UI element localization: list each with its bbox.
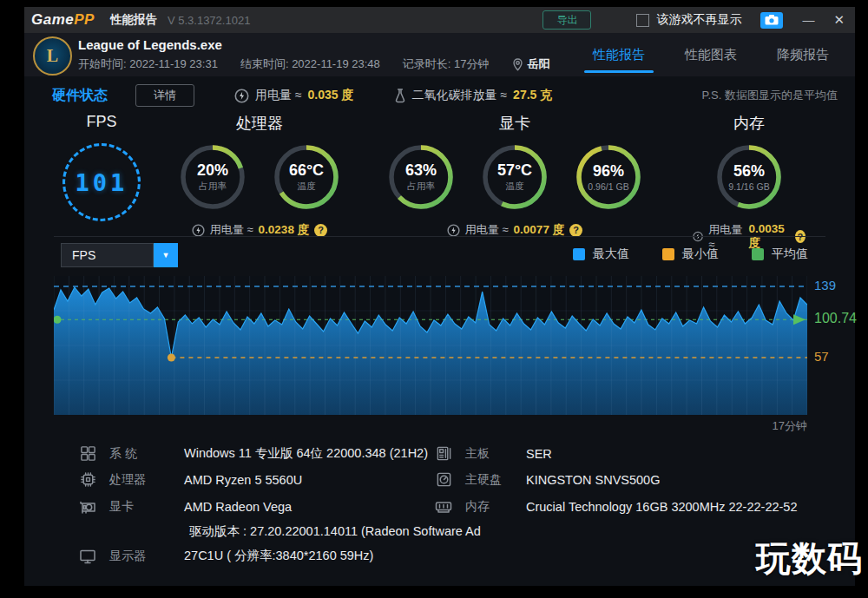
location-name: 岳阳 [528, 56, 550, 72]
gamepp-window: GamePP 性能报告 V 5.3.1372.1021 导出 该游戏不再显示 —… [24, 7, 855, 586]
legend-min: 最小值 [662, 246, 719, 262]
co2-value: 27.5 克 [513, 88, 552, 103]
chevron-down-icon: ▼ [162, 251, 170, 260]
chart-legend: 最大值 最小值 平均值 [573, 246, 808, 262]
memory-usage-gauge: 56%9.1/16 GB [714, 142, 784, 212]
help-icon[interactable]: ? [314, 224, 327, 237]
screenshot-button[interactable] [760, 12, 783, 29]
hardware-status-bar: 硬件状态 详情 用电量 ≈ 0.035 度 二氧化碳排放量 ≈ 27.5 克 P… [52, 83, 838, 108]
cpu-usage-gauge: 20%占用率 [178, 142, 247, 212]
gpu-icon [79, 500, 96, 515]
tab-bar: 性能报告 性能图表 降频报告 [588, 33, 834, 76]
hardware-status-title: 硬件状态 [52, 87, 108, 105]
location-pin-icon [512, 58, 523, 71]
sysinfo-os-row: 系 统 Windows 11 专业版 64位 22000.348 (21H2) [78, 445, 428, 462]
hide-game-label: 该游戏不再显示 [656, 12, 741, 28]
axis-min-label: 57 [814, 349, 829, 364]
legend-avg-swatch [752, 248, 764, 260]
legend-avg: 平均值 [752, 246, 808, 262]
fps-chart[interactable] [54, 276, 807, 415]
ram-icon [435, 500, 452, 514]
sysinfo-monitor-row: 显示器 27C1U ( 分辨率:3840*2160 59Hz) [78, 548, 373, 564]
record-duration: 记录时长: 17分钟 [403, 56, 490, 72]
detail-button[interactable]: 详情 [135, 84, 194, 107]
memory-gauge-group: 内存 56%9.1/16 GB 用电量 ≈ 0.0035 度 ? [693, 113, 806, 251]
hide-game-checkbox[interactable] [636, 14, 649, 27]
export-button[interactable]: 导出 [542, 10, 591, 30]
cpu-gauge-group: 处理器 20%占用率 66°C温度 用电量 ≈ 0.0238 度 ? [156, 113, 363, 238]
sysinfo-ram-row: 内存 Crucial Technology 16GB 3200MHz 22-22… [434, 499, 797, 515]
power-icon [192, 224, 205, 237]
co2-prefix: 二氧化碳排放量 ≈ [412, 88, 508, 103]
gpu-vram-gauge: 96%0.96/1 GB [574, 142, 643, 212]
start-time: 开始时间: 2022-11-19 23:31 [78, 56, 218, 72]
sysinfo-driver-row: 驱动版本 : 27.20.22001.14011 (Radeon Softwar… [165, 523, 481, 540]
window-title: 性能报告 [110, 12, 157, 28]
sysinfo-gpu-row: 显卡 AMD Radeon Vega [78, 499, 292, 515]
help-icon[interactable]: ? [569, 224, 582, 237]
disk-icon [436, 471, 452, 488]
motherboard-icon [436, 445, 452, 462]
axis-max-label: 139 [814, 278, 836, 292]
ps-note: P.S. 数据图显示的是平均值 [701, 88, 838, 103]
cpu-icon [80, 471, 96, 488]
monitor-icon [79, 549, 96, 564]
legend-max: 最大值 [573, 246, 629, 262]
sysinfo-motherboard-row: 主板 SER [434, 445, 552, 462]
tab-throttle-report[interactable]: 降频报告 [772, 33, 834, 76]
app-version: V 5.3.1372.1021 [168, 14, 250, 27]
fps-title: FPS [86, 113, 116, 131]
title-bar: GamePP 性能报告 V 5.3.1372.1021 导出 该游戏不再显示 —… [24, 7, 855, 33]
fps-gauge: 101 [62, 143, 141, 221]
close-button[interactable]: ✕ [833, 12, 845, 28]
fps-value: 101 [76, 169, 128, 196]
camera-icon [765, 15, 779, 25]
metric-select[interactable]: FPS [61, 243, 154, 267]
power-icon [447, 224, 460, 237]
cpu-title: 处理器 [236, 113, 283, 134]
metric-dropdown-button[interactable]: ▼ [154, 243, 178, 267]
gpu-gauge-group: 显卡 63%占用率 57°C温度 96%0.96/1 GB 用电量 ≈ 0.00… [372, 113, 658, 238]
divider [54, 236, 825, 237]
game-header: L League of Legends.exe 开始时间: 2022-11-19… [24, 33, 855, 76]
fps-gauge-group: FPS 101 [54, 113, 149, 221]
cpu-temp-gauge: 66°C温度 [272, 142, 341, 212]
axis-avg-label: 100.74 [814, 311, 857, 326]
chart-duration-label: 17分钟 [54, 418, 807, 434]
sysinfo-disk-row: 主硬盘 KINGSTON SNVS500G [434, 471, 660, 488]
minimize-button[interactable]: — [802, 13, 814, 27]
legend-max-swatch [573, 248, 585, 260]
sysinfo-cpu-row: 处理器 AMD Ryzen 5 5560U [78, 471, 302, 488]
gpu-title: 显卡 [499, 113, 530, 134]
memory-title: 内存 [733, 113, 765, 134]
game-icon: L [33, 36, 72, 76]
power-icon [234, 89, 249, 103]
gpu-usage-gauge: 63%占用率 [386, 142, 456, 212]
video-watermark: 玩数码 [756, 535, 863, 582]
end-time: 结束时间: 2022-11-19 23:48 [240, 56, 380, 72]
power-prefix: 用电量 ≈ [255, 88, 302, 103]
power-value: 0.035 度 [308, 88, 354, 103]
game-name: League of Legends.exe [78, 37, 222, 52]
tab-performance-chart[interactable]: 性能图表 [680, 33, 742, 76]
app-logo: GamePP [31, 11, 95, 29]
tab-performance-report[interactable]: 性能报告 [588, 33, 650, 76]
system-icon [80, 445, 96, 462]
co2-flask-icon [394, 89, 406, 103]
legend-min-swatch [662, 248, 674, 260]
gpu-temp-gauge: 57°C温度 [480, 142, 549, 212]
